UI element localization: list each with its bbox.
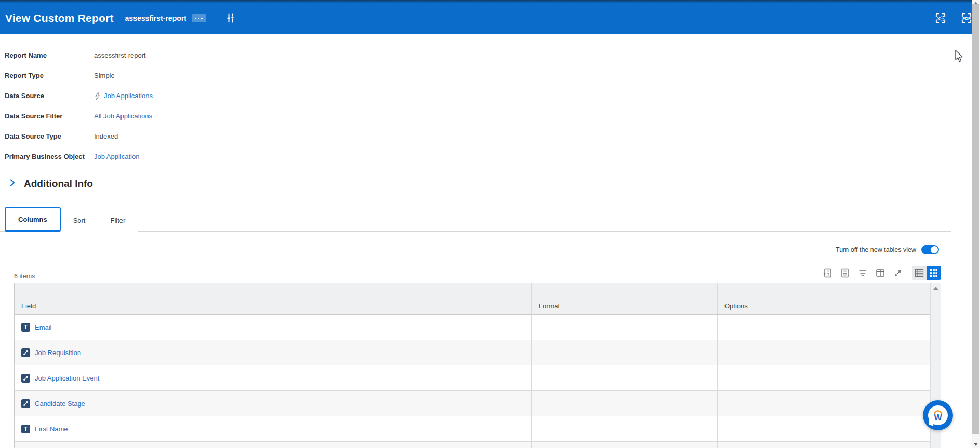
column-header-format: Format [531, 283, 717, 314]
header-report-name: assessfirst-report [125, 14, 186, 22]
table-row: Candidate Stage [15, 391, 930, 416]
table-row: Job Requisition [15, 340, 930, 365]
detail-label: Data Source Filter [5, 111, 94, 122]
data-source-filter-link[interactable]: All Job Applications [94, 111, 152, 122]
scrollbar-down-icon[interactable] [974, 443, 978, 446]
expand-fullscreen-icon[interactable] [891, 266, 905, 280]
column-header-field: Field [15, 283, 531, 314]
items-count: 6 items [14, 273, 35, 280]
options-cell [717, 365, 930, 390]
table-row: T First Name [15, 416, 930, 442]
object-instance-icon [21, 374, 30, 383]
tables-view-toggle-label: Turn off the new tables view [836, 246, 916, 253]
tab-columns[interactable]: Columns [5, 207, 61, 232]
filter-icon[interactable] [856, 266, 869, 280]
field-link[interactable]: Email [35, 323, 52, 331]
field-link[interactable]: Job Application Event [35, 374, 99, 382]
data-source-link[interactable]: Job Applications [104, 90, 153, 102]
field-link[interactable]: Job Requisition [35, 349, 81, 357]
detail-row: Data Source Job Applications [5, 90, 980, 102]
detail-value: assessfirst-report [94, 50, 146, 61]
toolbar-settings-icon[interactable] [225, 12, 236, 24]
detail-row: Data Source Type Indexed [5, 131, 980, 142]
export-pdf-icon[interactable]: PDF [960, 12, 973, 24]
workday-assistant-button[interactable]: W [923, 400, 953, 430]
tab-filter[interactable]: Filter [98, 209, 138, 232]
format-cell [531, 315, 717, 340]
format-cell [531, 391, 717, 416]
detail-label: Data Source Type [5, 131, 94, 142]
svg-text:PDF: PDF [962, 16, 971, 21]
format-cell [531, 340, 717, 365]
scrollbar-thumb[interactable] [972, 4, 979, 434]
report-tabs: Columns Sort Filter [0, 207, 951, 232]
object-instance-icon [21, 399, 30, 408]
indexed-flash-icon [94, 92, 101, 100]
detail-row: Primary Business Object Job Application [5, 151, 980, 162]
tables-view-toggle-row: Turn off the new tables view [0, 245, 939, 254]
table-row: T Last Name [15, 442, 930, 448]
detail-row: Report Type Simple [5, 70, 980, 82]
related-actions-button[interactable] [192, 14, 206, 22]
detail-label: Report Type [5, 70, 94, 82]
workday-logo: W [928, 405, 948, 425]
format-cell [531, 442, 717, 448]
detail-label: Primary Business Object [5, 151, 94, 162]
table-header-row: Field Format Options [15, 283, 930, 315]
format-cell [531, 365, 717, 390]
export-excel-icon[interactable]: X [934, 12, 947, 24]
additional-info-expander[interactable]: Additional Info [10, 178, 980, 189]
primary-business-object-link[interactable]: Job Application [94, 151, 139, 162]
options-cell [717, 340, 930, 365]
detail-value: Indexed [94, 131, 118, 142]
page-scrollbar[interactable] [972, 0, 980, 448]
options-cell [717, 315, 930, 340]
detail-row: Report Name assessfirst-report [5, 50, 980, 61]
svg-text:X: X [937, 16, 941, 21]
classic-table-view-button[interactable] [912, 266, 927, 280]
table-row: T Email [15, 315, 930, 340]
document-view-icon[interactable] [838, 266, 852, 280]
object-instance-icon [21, 348, 30, 357]
detail-label: Data Source [5, 90, 94, 102]
field-link[interactable]: Candidate Stage [35, 400, 85, 408]
options-cell [717, 391, 930, 416]
new-table-view-button-active[interactable] [927, 266, 941, 280]
column-preferences-icon[interactable] [874, 266, 887, 280]
page-header: View Custom Report assessfirst-report X … [0, 0, 980, 34]
table-toolbar: 6 items x [14, 266, 941, 280]
chevron-right-icon [10, 179, 15, 189]
tables-view-toggle-switch[interactable] [921, 245, 939, 254]
options-cell [717, 416, 930, 441]
table-row: Job Application Event [15, 365, 930, 391]
additional-info-title: Additional Info [24, 178, 93, 189]
columns-table: Field Format Options T Email Job Requisi… [14, 283, 930, 448]
field-link[interactable]: First Name [35, 425, 68, 433]
detail-value: Simple [94, 70, 115, 82]
column-header-options: Options [717, 283, 930, 314]
export-excel-table-icon[interactable]: x [821, 266, 834, 280]
page-title: View Custom Report [5, 12, 114, 24]
report-details: Report Name assessfirst-report Report Ty… [5, 50, 980, 162]
detail-row: Data Source Filter All Job Applications [5, 111, 980, 122]
svg-text:x: x [823, 271, 826, 276]
options-cell [717, 442, 930, 448]
scroll-up-icon[interactable] [933, 287, 938, 290]
detail-label: Report Name [5, 50, 94, 61]
text-field-icon: T [21, 323, 30, 332]
tab-sort[interactable]: Sort [61, 209, 98, 232]
format-cell [531, 416, 717, 441]
text-field-icon: T [21, 425, 30, 433]
